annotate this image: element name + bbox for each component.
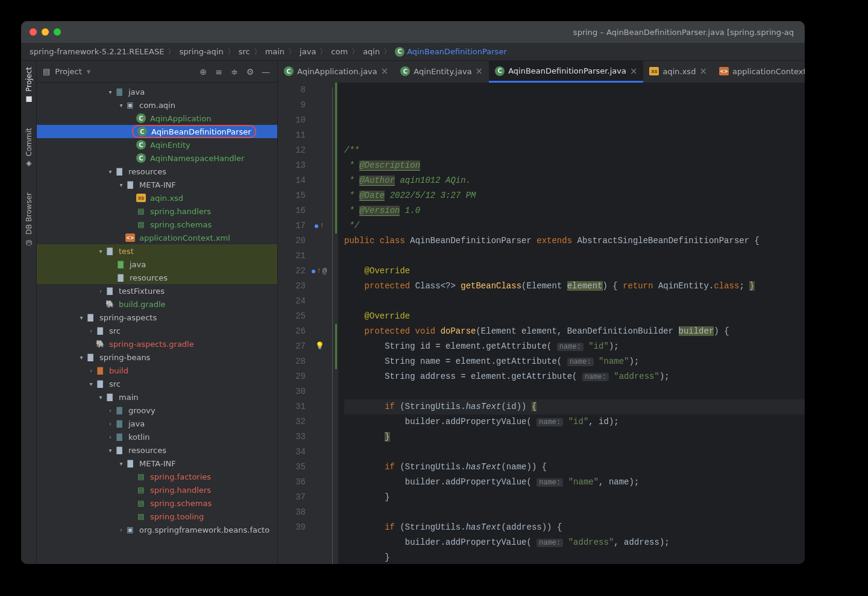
folder-icon: ▇ xyxy=(114,418,125,429)
tab-active[interactable]: CAqinBeanDefinitionParser.java× xyxy=(489,61,643,83)
tab[interactable]: <>applicationContext.xml× xyxy=(713,61,805,83)
project-icon: ▤ xyxy=(43,67,50,76)
class-icon: C xyxy=(400,66,410,76)
folder-icon: ▇ xyxy=(95,378,105,389)
tree-node-test[interactable]: ▾▇test xyxy=(37,244,277,258)
minimize-window-button[interactable] xyxy=(42,28,49,36)
tree-node-kotlin[interactable]: ›▇kotlin xyxy=(37,430,277,443)
tree-node-file[interactable]: ▤spring.handlers xyxy=(37,204,277,218)
collapse-all-icon[interactable]: ≑ xyxy=(229,66,240,77)
tree-node-groovy[interactable]: ›▇groovy xyxy=(37,404,277,417)
tree-node-xsd[interactable]: xsaqin.xsd xyxy=(37,191,277,204)
crumb[interactable]: java xyxy=(300,47,316,56)
folder-icon: ▇ xyxy=(114,445,125,455)
crumb[interactable]: aqin xyxy=(363,47,380,56)
editor-body[interactable]: 8910111213141516172021222324252627282930… xyxy=(278,83,805,564)
tree-node-java-test[interactable]: ▇java xyxy=(37,258,277,271)
tree-node-package[interactable]: ▾▣com.aqin xyxy=(37,98,277,112)
breadcrumb[interactable]: spring-framework-5.2.21.RELEASE〉 spring-… xyxy=(21,43,805,61)
tab[interactable]: CAqinEntity.java× xyxy=(394,61,489,83)
toolwindow-commit[interactable]: ◈Commit xyxy=(25,128,33,168)
xsd-icon: xs xyxy=(649,67,659,75)
crumb[interactable]: src xyxy=(239,47,250,56)
close-tab-icon[interactable]: × xyxy=(630,66,638,77)
tree-node-class[interactable]: CAqinEntity xyxy=(37,138,277,151)
toolwindow-db-browser[interactable]: ⛁DB Browser xyxy=(25,192,33,247)
close-tab-icon[interactable]: × xyxy=(381,66,389,77)
tree-node-res-test[interactable]: ▇resources xyxy=(37,271,277,284)
properties-icon: ▤ xyxy=(136,498,146,509)
class-icon: C xyxy=(136,140,146,150)
package-icon: ▣ xyxy=(125,100,136,110)
tree-node-build[interactable]: ›▇build xyxy=(37,364,277,377)
tree-node-orgpkg[interactable]: ›▣org.springframework.beans.facto xyxy=(37,523,277,536)
titlebar: spring – AqinBeanDefinitionParser.java [… xyxy=(21,21,805,43)
properties-icon: ▤ xyxy=(136,484,146,495)
tree-node-resm[interactable]: ▾▇resources xyxy=(37,443,277,457)
window-controls xyxy=(30,28,61,36)
crumb[interactable]: spring-framework-5.2.21.RELEASE xyxy=(30,47,164,56)
tree-node-beans[interactable]: ▾▇spring-beans xyxy=(37,350,277,364)
toolwindow-project[interactable]: ■Project xyxy=(25,67,33,104)
tree-node-file[interactable]: ▤spring.handlers xyxy=(37,483,277,496)
properties-icon: ▤ xyxy=(136,471,146,482)
close-window-button[interactable] xyxy=(30,28,37,36)
folder-icon: ▇ xyxy=(95,365,105,376)
crumb[interactable]: main xyxy=(265,47,285,56)
crumb-current[interactable]: AqinBeanDefinitionParser xyxy=(407,47,507,56)
folder-icon: ▇ xyxy=(114,405,125,416)
select-opened-file-icon[interactable]: ⊕ xyxy=(198,66,209,77)
class-icon: C xyxy=(136,153,146,163)
hide-panel-icon[interactable]: — xyxy=(260,66,271,77)
gradle-icon: 🐘 xyxy=(104,299,115,309)
crumb[interactable]: com xyxy=(331,47,348,56)
folder-icon: ▇ xyxy=(114,431,125,442)
tree-node-java[interactable]: ▾▇java xyxy=(37,85,277,98)
tree-node-aspects[interactable]: ▾▇spring-aspects xyxy=(37,311,277,324)
tree-node-metainf[interactable]: ▾▇META-INF xyxy=(37,178,277,191)
tree-node-file[interactable]: ▤spring.tooling xyxy=(37,510,277,523)
tree-node-resources[interactable]: ▾▇resources xyxy=(37,165,277,178)
gutter-marks[interactable]: ↑↑ @💡 xyxy=(312,83,327,564)
code-area[interactable]: /** * @Description * @Author aqin1012 AQ… xyxy=(338,83,805,564)
tree-node-aspects-gradle[interactable]: 🐘spring-aspects.gradle xyxy=(37,337,277,350)
maximize-window-button[interactable] xyxy=(54,28,61,36)
window-title: spring – AqinBeanDefinitionParser.java [… xyxy=(61,28,796,37)
folder-icon: ▇ xyxy=(114,86,125,97)
tree-node-src[interactable]: ›▇src xyxy=(37,324,277,337)
tree-node-file[interactable]: ▤spring.schemas xyxy=(37,496,277,510)
package-icon: ▣ xyxy=(125,524,136,535)
properties-icon: ▤ xyxy=(136,206,146,217)
tree-node-class[interactable]: CAqinNamespaceHandler xyxy=(37,151,277,165)
tree-node-metam[interactable]: ▾▇META-INF xyxy=(37,457,277,470)
tree-node-file[interactable]: ▤spring.factories xyxy=(37,470,277,483)
tree-node-src2[interactable]: ▾▇src xyxy=(37,377,277,390)
crumb[interactable]: spring-aqin xyxy=(179,47,223,56)
project-panel: ▤ Project ▾ ⊕ ≡ ≑ ⚙ — ▾▇java ▾▣com.aqin … xyxy=(37,61,278,564)
gradle-icon: 🐘 xyxy=(95,338,105,349)
tab[interactable]: CAqinApplication.java× xyxy=(278,61,394,83)
line-number-gutter: 8910111213141516172021222324252627282930… xyxy=(278,83,312,564)
tree-node-java2[interactable]: ›▇java xyxy=(37,417,277,430)
tree-node-buildgradle[interactable]: 🐘build.gradle xyxy=(37,297,277,311)
settings-icon[interactable]: ⚙ xyxy=(245,66,256,77)
class-icon: C xyxy=(495,66,505,76)
dropdown-icon[interactable]: ▾ xyxy=(87,67,91,76)
folder-icon: ▇ xyxy=(104,246,115,256)
tree-node-class[interactable]: CAqinApplication xyxy=(37,112,277,125)
folder-icon: ▇ xyxy=(115,272,126,283)
tree-node-file[interactable]: ▤spring.schemas xyxy=(37,218,277,231)
tree-node-xml[interactable]: <>applicationContext.xml xyxy=(37,231,277,244)
xml-icon: <> xyxy=(719,67,729,75)
tree-node-main[interactable]: ▾▇main xyxy=(37,390,277,404)
properties-icon: ▤ xyxy=(136,219,146,230)
tree-node-fixtures[interactable]: ›▇testFixtures xyxy=(37,284,277,297)
folder-icon: ▇ xyxy=(115,259,126,270)
project-tree[interactable]: ▾▇java ▾▣com.aqin CAqinApplication CAqin… xyxy=(37,83,277,564)
close-tab-icon[interactable]: × xyxy=(699,66,707,77)
project-panel-title: Project xyxy=(55,67,81,76)
expand-all-icon[interactable]: ≡ xyxy=(213,66,224,77)
close-tab-icon[interactable]: × xyxy=(476,66,483,77)
tree-node-class-selected[interactable]: CAqinBeanDefinitionParser xyxy=(37,125,277,138)
tab[interactable]: xsaqin.xsd× xyxy=(643,61,713,83)
